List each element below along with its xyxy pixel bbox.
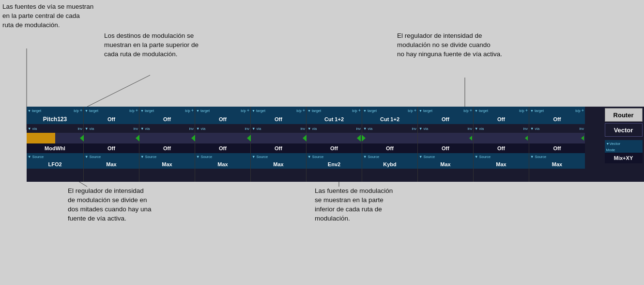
route-10-amount[interactable]: Off	[529, 143, 585, 153]
route-3-intensity[interactable]	[139, 133, 195, 143]
right-panel: Router Vector ▼ Vector Mode Mix+XY	[603, 107, 644, 182]
route-1-amount[interactable]: ModWhl	[27, 143, 83, 153]
route-7-amount[interactable]: Off	[362, 143, 417, 153]
route-5-dest[interactable]: Off	[251, 114, 306, 124]
vector-button[interactable]: Vector	[605, 123, 643, 137]
via-arrow-1[interactable]: ▼ via	[28, 127, 37, 131]
route-8-intensity[interactable]	[418, 133, 473, 143]
route-1-header: ▼ target b/p +	[27, 107, 83, 114]
annotation-top-center: Los destinos de modulación se muestran e…	[104, 32, 199, 59]
triangle-6	[357, 135, 361, 142]
annotation-top-right: El regulador de intensidad de modulaciόn…	[397, 32, 502, 59]
route-9-dest[interactable]: Off	[474, 114, 529, 124]
route-9-amount[interactable]: Off	[474, 143, 529, 153]
mod-route-10: ▼ target b/p + Off ▼ via inv Off ▼ Sourc…	[529, 107, 585, 182]
route-6-amount[interactable]: Off	[307, 143, 362, 153]
route-9-intensity[interactable]	[474, 133, 529, 143]
route-3-amount[interactable]: Off	[139, 143, 195, 153]
route-9-source[interactable]: Max	[474, 160, 529, 169]
intensity-bottom-1	[55, 133, 84, 143]
route-1-source[interactable]: LFO2	[27, 160, 83, 169]
intensity-triangle-1	[80, 135, 84, 142]
triangle-2	[136, 135, 139, 142]
route-4-source[interactable]: Max	[195, 160, 250, 169]
inv-label-1: inv	[77, 127, 82, 131]
mod-route-3: ▼ target b/p + Off ▼ via inv Off ▼ Sourc…	[139, 107, 195, 182]
route-2-source[interactable]: Max	[84, 160, 139, 169]
annotation-bottom-right: Las fuentes de modulación se muestran en…	[315, 187, 393, 223]
source-label-1[interactable]: ▼ Source	[28, 155, 44, 159]
route-3-dest[interactable]: Off	[139, 114, 195, 124]
route-8-source[interactable]: Max	[418, 160, 473, 169]
triangle-3	[191, 135, 195, 142]
router-button[interactable]: Router	[605, 108, 643, 122]
vector-mode-header: ▼ Vector	[605, 140, 643, 147]
triangle-8	[469, 136, 472, 141]
triangle-10	[581, 136, 584, 141]
triangle-9	[525, 136, 528, 141]
triangle-5	[303, 135, 307, 142]
route-6-source[interactable]: Env2	[307, 160, 362, 169]
route-5-amount[interactable]: Off	[251, 143, 306, 153]
triangle-7	[362, 135, 366, 142]
route-8-dest[interactable]: Off	[418, 114, 473, 124]
mod-route-8: ▼ target b/p + Off ▼ via inv Off ▼ Sourc…	[418, 107, 474, 182]
route-2-source-header: ▼ Source	[84, 153, 139, 160]
route-5-intensity[interactable]	[251, 133, 306, 143]
route-1-source-header: ▼ Source	[27, 153, 83, 160]
mod-route-6: ▼ target b/p + Cut 1+2 ▼ via inv Off ▼ S…	[307, 107, 362, 182]
route-7-intensity[interactable]	[362, 133, 417, 143]
route-1-via-row: ▼ via inv	[27, 124, 83, 133]
route-4-dest[interactable]: Off	[195, 114, 250, 124]
route-2-dest[interactable]: Off	[84, 114, 139, 124]
triangle-4	[247, 135, 251, 142]
mod-route-1: ▼ target b/p + Pitch123 ▼ via inv ModWhl…	[27, 107, 84, 182]
mod-route-7: ▼ target b/p + Cut 1+2 ▼ via inv Off ▼ S…	[362, 107, 418, 182]
bp-label-1: b/p	[74, 109, 78, 113]
route-10-dest[interactable]: Off	[529, 114, 585, 124]
route-2-via-row: ▼ via inv	[84, 124, 139, 133]
target-arrow-1[interactable]: ▼	[28, 109, 31, 112]
target-label-1: target	[32, 109, 41, 113]
route-10-source[interactable]: Max	[529, 160, 585, 169]
route-10-intensity[interactable]	[529, 133, 585, 143]
mod-route-9: ▼ target b/p + Off ▼ via inv Off ▼ Sourc…	[474, 107, 529, 182]
mod-route-4: ▼ target b/p + Off ▼ via inv Off ▼ Sourc…	[195, 107, 251, 182]
route-4-intensity[interactable]	[195, 133, 250, 143]
route-8-amount[interactable]: Off	[418, 143, 473, 153]
vector-mode-section: ▼ Vector Mode Mix+XY	[605, 140, 643, 163]
route-6-dest[interactable]: Cut 1+2	[307, 114, 362, 124]
svg-line-1	[87, 75, 150, 107]
mod-route-5: ▼ target b/p + Off ▼ via inv Off ▼ Sourc…	[251, 107, 307, 182]
route-6-intensity[interactable]	[307, 133, 362, 143]
route-7-source[interactable]: Kybd	[362, 160, 417, 169]
route-2-intensity[interactable]	[84, 133, 139, 143]
synth-panel: ▼ target b/p + Pitch123 ▼ via inv ModWhl…	[27, 107, 603, 182]
vector-mode-value[interactable]: Mix+XY	[605, 153, 643, 163]
vector-mode-arrow[interactable]: ▼	[606, 142, 610, 145]
mod-route-2: ▼ target b/p + Off ▼ via inv Off ▼ Sourc…	[84, 107, 139, 182]
route-2-amount[interactable]: Off	[84, 143, 139, 153]
route-1-intensity[interactable]	[27, 133, 83, 143]
route-1-dest[interactable]: Pitch123	[27, 114, 83, 124]
intensity-top-1	[27, 133, 55, 143]
route-4-amount[interactable]: Off	[195, 143, 250, 153]
route-3-source[interactable]: Max	[139, 160, 195, 169]
route-7-dest[interactable]: Cut 1+2	[362, 114, 417, 124]
annotation-bottom-center: El regulador de intensidad de modulación…	[68, 187, 152, 223]
plus-btn-1[interactable]: +	[80, 108, 82, 113]
annotation-top-left: Las fuentes de vía se muestran en la par…	[2, 2, 93, 30]
route-2-header: ▼ target b/p +	[84, 107, 139, 114]
route-5-source[interactable]: Max	[251, 160, 306, 169]
